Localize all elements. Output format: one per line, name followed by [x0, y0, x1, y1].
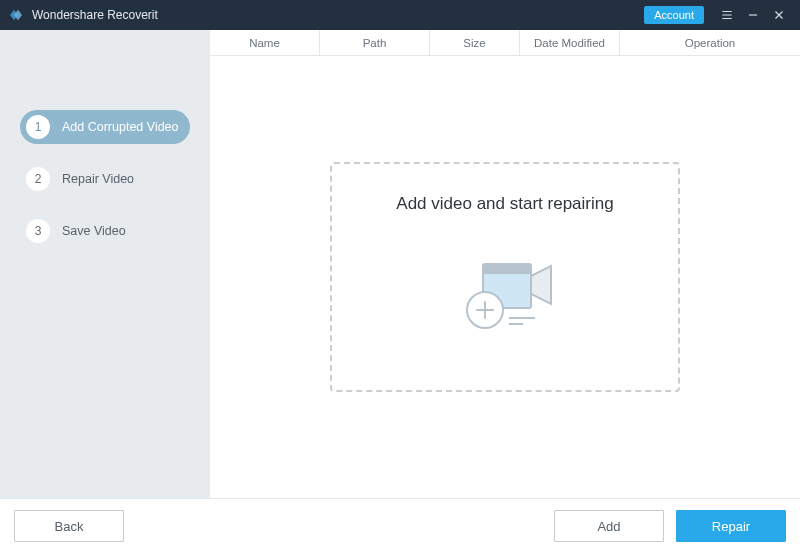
step-number: 3 — [26, 219, 50, 243]
back-button[interactable]: Back — [14, 510, 124, 542]
col-operation[interactable]: Operation — [620, 30, 800, 55]
sidebar: 1 Add Corrupted Video 2 Repair Video 3 S… — [0, 30, 210, 498]
dropzone-headline: Add video and start repairing — [396, 194, 613, 214]
col-size[interactable]: Size — [430, 30, 520, 55]
step-number: 2 — [26, 167, 50, 191]
minimize-icon[interactable] — [740, 0, 766, 30]
add-video-dropzone[interactable]: Add video and start repairing — [330, 162, 680, 392]
step-label: Repair Video — [62, 172, 134, 186]
app-logo-icon — [8, 7, 24, 23]
menu-icon[interactable] — [714, 0, 740, 30]
account-button[interactable]: Account — [644, 6, 704, 24]
main-panel: Name Path Size Date Modified Operation A… — [210, 30, 800, 498]
step-label: Add Corrupted Video — [62, 120, 179, 134]
repair-button[interactable]: Repair — [676, 510, 786, 542]
step-label: Save Video — [62, 224, 126, 238]
step-add-corrupted-video[interactable]: 1 Add Corrupted Video — [20, 110, 190, 144]
table-header: Name Path Size Date Modified Operation — [210, 30, 800, 56]
close-icon[interactable] — [766, 0, 792, 30]
body: 1 Add Corrupted Video 2 Repair Video 3 S… — [0, 30, 800, 498]
titlebar: Wondershare Recoverit Account — [0, 0, 800, 30]
step-repair-video[interactable]: 2 Repair Video — [20, 162, 190, 196]
col-path[interactable]: Path — [320, 30, 430, 55]
footer: Back Add Repair — [0, 498, 800, 553]
col-name[interactable]: Name — [210, 30, 320, 55]
step-save-video[interactable]: 3 Save Video — [20, 214, 190, 248]
add-button[interactable]: Add — [554, 510, 664, 542]
col-date-modified[interactable]: Date Modified — [520, 30, 620, 55]
video-camera-add-icon — [445, 242, 565, 346]
svg-rect-1 — [483, 264, 531, 274]
content-area: Add video and start repairing — [210, 56, 800, 498]
app-title: Wondershare Recoverit — [32, 8, 644, 22]
step-number: 1 — [26, 115, 50, 139]
